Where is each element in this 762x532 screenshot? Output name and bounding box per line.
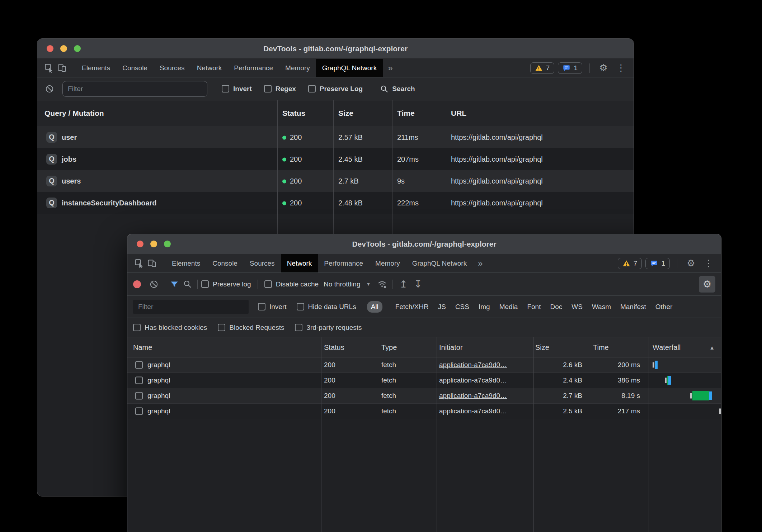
invert-checkbox[interactable] — [258, 303, 265, 310]
has-blocked-cookies-checkbox[interactable] — [133, 324, 141, 331]
column-header-time[interactable]: Time — [593, 343, 609, 351]
column-header-waterfall[interactable]: Waterfall — [653, 343, 681, 351]
3rd-party-requests-checkbox[interactable] — [295, 324, 302, 331]
column-header-status[interactable]: Status — [324, 343, 344, 351]
filter-type-other[interactable]: Other — [652, 301, 677, 313]
graphql-query-row[interactable]: Qusers2002.7 kB9shttps://gitlab.com/api/… — [37, 170, 634, 192]
close-button[interactable] — [47, 45, 53, 52]
import-har-icon[interactable]: ↥ — [396, 279, 411, 290]
preserve-log-checkbox[interactable] — [308, 85, 316, 92]
zoom-button[interactable] — [164, 241, 171, 247]
tab-console[interactable]: Console — [206, 254, 244, 272]
tab-console[interactable]: Console — [116, 59, 154, 77]
graphql-query-row[interactable]: QinstanceSecurityDashboard2002.48 kB222m… — [37, 192, 634, 214]
more-tabs-icon[interactable]: » — [383, 63, 398, 73]
throttling-dropdown[interactable]: No throttling ▼ — [324, 280, 371, 288]
hide-data-urls-checkbox[interactable] — [297, 303, 304, 310]
filter-type-js[interactable]: JS — [434, 301, 450, 313]
row-checkbox[interactable] — [135, 377, 143, 384]
has-blocked-cookies-checkbox-group[interactable]: Has blocked cookies — [133, 324, 207, 332]
filter-type-manifest[interactable]: Manifest — [616, 301, 650, 313]
device-toolbar-icon[interactable] — [145, 257, 158, 270]
initiator-link[interactable]: application-a7ca9d0… — [439, 392, 507, 400]
tab-elements[interactable]: Elements — [166, 254, 206, 272]
invert-checkbox-group[interactable]: Invert — [222, 85, 252, 93]
record-button[interactable] — [133, 280, 141, 288]
clear-icon[interactable] — [147, 278, 160, 291]
blocked-requests-checkbox-group[interactable]: Blocked Requests — [218, 324, 284, 332]
inspect-element-icon[interactable] — [132, 257, 145, 270]
tab-network[interactable]: Network — [281, 254, 318, 272]
column-header-initiator[interactable]: Initiator — [439, 343, 463, 351]
initiator-link[interactable]: application-a7ca9d0… — [439, 407, 507, 415]
more-tabs-icon[interactable]: » — [473, 258, 488, 269]
export-har-icon[interactable]: ↧ — [411, 279, 425, 290]
preserve-log-checkbox[interactable] — [201, 280, 209, 288]
graphql-query-row[interactable]: Qjobs2002.45 kB207mshttps://gitlab.com/a… — [37, 148, 634, 170]
initiator-link[interactable]: application-a7ca9d0… — [439, 361, 507, 369]
tab-memory[interactable]: Memory — [369, 254, 406, 272]
warnings-badge[interactable]: 7 — [618, 258, 642, 269]
network-conditions-icon[interactable] — [376, 278, 389, 291]
network-settings-gear-icon[interactable]: ⚙ — [699, 276, 715, 293]
row-checkbox[interactable] — [135, 361, 143, 369]
preserve-log-checkbox-group[interactable]: Preserve Log — [308, 85, 363, 93]
search-icon[interactable] — [181, 278, 194, 291]
column-header-size[interactable]: Size — [535, 343, 549, 351]
zoom-button[interactable] — [74, 45, 81, 52]
blocked-requests-checkbox[interactable] — [218, 324, 225, 331]
kebab-menu-icon[interactable]: ⋮ — [701, 258, 716, 269]
warnings-badge[interactable]: 7 — [530, 62, 555, 74]
filter-type-wasm[interactable]: Wasm — [588, 301, 615, 313]
device-toolbar-icon[interactable] — [55, 62, 68, 75]
filter-type-all[interactable]: All — [367, 301, 382, 313]
filter-type-media[interactable]: Media — [495, 301, 522, 313]
tab-performance[interactable]: Performance — [318, 254, 369, 272]
settings-gear-icon[interactable]: ⚙ — [597, 62, 610, 75]
clear-icon[interactable] — [43, 82, 56, 95]
titlebar[interactable]: DevTools - gitlab.com/-/graphql-explorer — [37, 39, 634, 59]
tab-network[interactable]: Network — [191, 59, 228, 77]
hide-data-urls-checkbox-group[interactable]: Hide data URLs — [297, 303, 356, 311]
regex-checkbox[interactable] — [264, 85, 272, 92]
graphql-query-row[interactable]: Quser2002.57 kB211mshttps://gitlab.com/a… — [37, 126, 634, 148]
tab-memory[interactable]: Memory — [279, 59, 316, 77]
search-toggle[interactable]: Search — [380, 85, 415, 93]
tab-sources[interactable]: Sources — [154, 59, 191, 77]
disable-cache-checkbox[interactable] — [264, 280, 272, 288]
filter-funnel-icon[interactable] — [168, 278, 181, 291]
network-request-row[interactable]: graphql200fetchapplication-a7ca9d0…2.6 k… — [127, 357, 721, 373]
tab-performance[interactable]: Performance — [228, 59, 279, 77]
tab-graphql-network[interactable]: GraphQL Network — [316, 59, 383, 77]
invert-checkbox-group[interactable]: Invert — [258, 303, 287, 311]
settings-gear-icon[interactable]: ⚙ — [685, 257, 697, 270]
3rd-party-requests-checkbox-group[interactable]: 3rd-party requests — [295, 324, 362, 332]
filter-type-img[interactable]: Img — [475, 301, 494, 313]
issues-badge[interactable]: 1 — [558, 62, 582, 74]
regex-checkbox-group[interactable]: Regex — [264, 85, 296, 93]
issues-badge[interactable]: 1 — [645, 258, 670, 269]
filter-type-font[interactable]: Font — [523, 301, 545, 313]
inspect-element-icon[interactable] — [42, 62, 55, 75]
network-request-row[interactable]: graphql200fetchapplication-a7ca9d0…2.7 k… — [127, 388, 721, 404]
kebab-menu-icon[interactable]: ⋮ — [613, 62, 629, 73]
filter-input[interactable] — [133, 300, 249, 314]
filter-type-css[interactable]: CSS — [451, 301, 473, 313]
initiator-link[interactable]: application-a7ca9d0… — [439, 376, 507, 384]
disable-cache-checkbox-group[interactable]: Disable cache — [264, 280, 319, 288]
filter-type-ws[interactable]: WS — [568, 301, 587, 313]
preserve-log-checkbox-group[interactable]: Preserve log — [201, 280, 251, 288]
network-request-row[interactable]: graphql200fetchapplication-a7ca9d0…2.5 k… — [127, 404, 721, 419]
filter-input[interactable] — [62, 81, 207, 97]
row-checkbox[interactable] — [135, 392, 143, 400]
invert-checkbox[interactable] — [222, 85, 229, 92]
close-button[interactable] — [137, 241, 144, 247]
filter-type-doc[interactable]: Doc — [546, 301, 566, 313]
filter-type-fetch-xhr[interactable]: Fetch/XHR — [391, 301, 433, 313]
tab-sources[interactable]: Sources — [244, 254, 281, 272]
column-header-type[interactable]: Type — [381, 343, 397, 351]
network-request-row[interactable]: graphql200fetchapplication-a7ca9d0…2.4 k… — [127, 373, 721, 388]
column-header-name[interactable]: Name — [133, 343, 152, 351]
minimize-button[interactable] — [60, 45, 67, 52]
titlebar[interactable]: DevTools - gitlab.com/-/graphql-explorer — [127, 234, 721, 254]
